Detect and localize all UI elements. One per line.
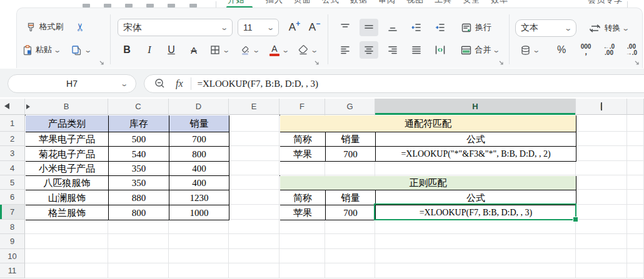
justify-button[interactable] [407,41,426,59]
cell[interactable]: 库存 [109,115,169,132]
cell[interactable]: 800 [109,205,169,220]
currency-button[interactable]: ⌄ [516,41,543,59]
row-header-10[interactable]: 10 [0,249,25,263]
strikethrough-button[interactable]: A [186,41,202,59]
cell[interactable]: 880 [109,190,169,205]
cell[interactable]: 400 [169,162,229,176]
cell[interactable]: 350 [109,176,169,190]
clipboard-dialog-launcher[interactable] [99,60,105,66]
borders-button[interactable]: ⌄ [206,41,233,59]
cell[interactable]: 350 [109,162,169,176]
fill-handle[interactable] [573,217,578,222]
merge-cells-button[interactable]: 合并 ⌄ [456,41,505,59]
column-header-H[interactable]: H [375,99,576,115]
cell[interactable]: 1230 [169,190,229,205]
alignment-dialog-launcher[interactable] [498,60,505,66]
cell[interactable]: 小米电子产品 [26,162,109,176]
distributed-button[interactable] [431,41,450,59]
align-top-button[interactable] [336,19,355,36]
row-header-2[interactable]: 2 [0,132,25,146]
font-color-button[interactable]: A ⌄ [266,41,292,59]
number-format-select[interactable]: 文本 ⌄ [515,19,576,37]
cell[interactable]: 格兰服饰 [26,205,109,220]
row-header-5[interactable]: 5 [0,175,25,190]
align-center-button[interactable] [360,41,378,59]
tab-2[interactable]: 页面 [294,0,311,6]
clear-format-button[interactable]: ⌄ [294,41,321,59]
tab-5[interactable]: 审阅 [378,0,396,6]
align-left-button[interactable] [336,41,355,59]
align-bottom-button[interactable] [383,19,402,36]
tab-4[interactable]: 数据 [350,0,368,6]
cell[interactable]: 苹果 [280,205,326,220]
wrap-text-button[interactable]: 换行 [456,19,497,36]
increase-font-button[interactable]: A + [285,19,304,36]
column-header-E[interactable]: E [229,99,279,115]
cell[interactable]: 简称 [280,132,326,147]
fill-color-button[interactable]: ⌄ [236,41,263,59]
cell[interactable]: 八匹狼服饰 [26,176,109,190]
row-header-11[interactable]: 11 [0,263,25,278]
font-size-select[interactable]: 11 ⌄ [238,19,279,36]
cell[interactable]: 销量 [326,132,376,147]
percent-style-button[interactable]: % [553,41,570,59]
cell[interactable]: 500 [109,132,169,147]
column-header-C[interactable]: C [108,99,169,115]
cell[interactable]: 700 [326,205,376,220]
decrease-indent-button[interactable] [407,19,426,36]
fx-icon[interactable]: fx [176,78,183,89]
row-header-9[interactable]: 9 [0,234,25,249]
cut-button[interactable]: ✂ [71,17,89,36]
formula-input-area[interactable]: fx =XLOOKUP(F7, B:B, D:D, , 3) [144,74,644,93]
italic-button[interactable]: I [141,41,158,59]
cell[interactable]: 800 [169,147,229,162]
decrease-font-button[interactable]: A − [306,19,323,36]
underline-button[interactable]: U [163,41,179,59]
comma-style-button[interactable]: 000 ， [576,41,595,59]
font-family-select[interactable]: 宋体 ⌄ [118,19,233,36]
bold-button[interactable]: B [119,41,135,59]
cell[interactable]: 菊花电子产品 [26,147,109,162]
cell[interactable]: 简称 [280,190,326,205]
tab-10[interactable]: 会员专享 [588,0,623,6]
name-box[interactable]: H7 ⌄ [8,74,136,93]
cell[interactable]: 苹果 [280,147,326,162]
convert-button[interactable]: 转换 ⌄ [583,19,635,37]
copy-button[interactable]: ⌄ [68,41,95,59]
tab-8[interactable]: 安全 [463,0,480,6]
row-header-6[interactable]: 6 [0,190,25,205]
increase-decimal-button[interactable]: ←.0 .00 [599,41,619,59]
cell[interactable]: 400 [169,176,229,190]
column-header-G[interactable]: G [325,99,375,115]
cell[interactable]: 销量 [326,190,376,205]
cell[interactable]: 山澜服饰 [26,190,109,205]
paste-button[interactable]: 粘贴 ⌄ [19,41,64,59]
tab-6[interactable]: 视图 [406,0,424,6]
cell[interactable]: 通配符匹配 [280,115,576,132]
number-dialog-launcher[interactable] [634,60,640,66]
cell[interactable]: 销量 [169,115,229,132]
increase-indent-button[interactable] [431,19,450,36]
cell[interactable]: 540 [109,147,169,162]
column-header-partial[interactable] [627,99,644,115]
cell[interactable]: 苹果电子产品 [26,132,109,147]
cell[interactable]: =XLOOKUP("*"&F3&"*", B:B, D:D, , 2) [376,147,576,162]
cell[interactable]: 公式 [376,132,576,147]
align-right-button[interactable] [383,41,402,59]
zoom-out-icon[interactable] [154,78,166,89]
row-header-1[interactable]: 1 [0,115,25,132]
tab-1[interactable]: 插入 [266,0,283,6]
formula-bar-text[interactable]: =XLOOKUP(F7, B:B, D:D, , 3) [198,79,318,89]
align-middle-button[interactable] [360,19,378,36]
row-header-8[interactable]: 8 [0,220,25,234]
format-painter-button[interactable]: 格式刷 [19,17,70,36]
cell[interactable]: 700 [169,132,229,147]
tab-active[interactable]: 开始 [228,0,245,6]
tab-3[interactable]: 公式 [322,0,340,6]
column-header-B[interactable]: B [25,99,108,115]
tab-9[interactable]: 效率 [491,0,508,6]
column-header-F[interactable]: F [279,99,325,115]
cell[interactable]: 700 [326,147,376,162]
row-header-3[interactable]: 3 [0,146,25,161]
row-header-4[interactable]: 4 [0,161,25,175]
